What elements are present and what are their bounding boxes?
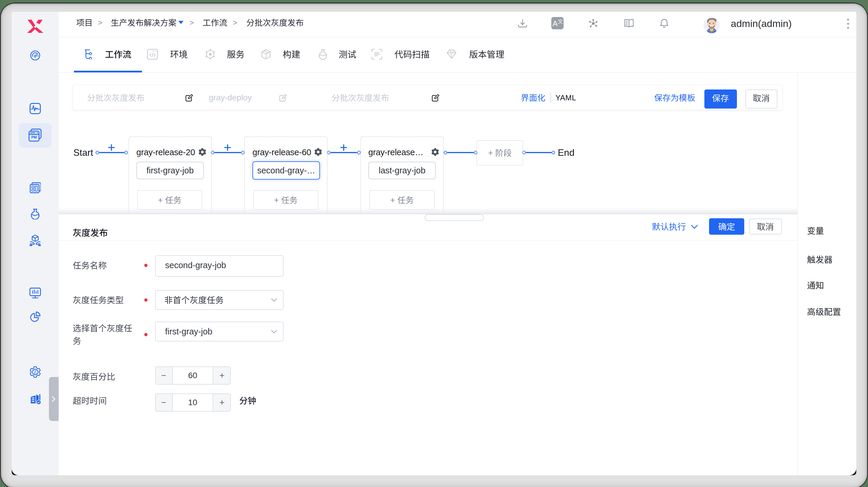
svg-text:A: A — [553, 19, 558, 28]
svg-text:PM: PM — [31, 135, 37, 139]
svg-text:Z: Z — [34, 369, 37, 375]
